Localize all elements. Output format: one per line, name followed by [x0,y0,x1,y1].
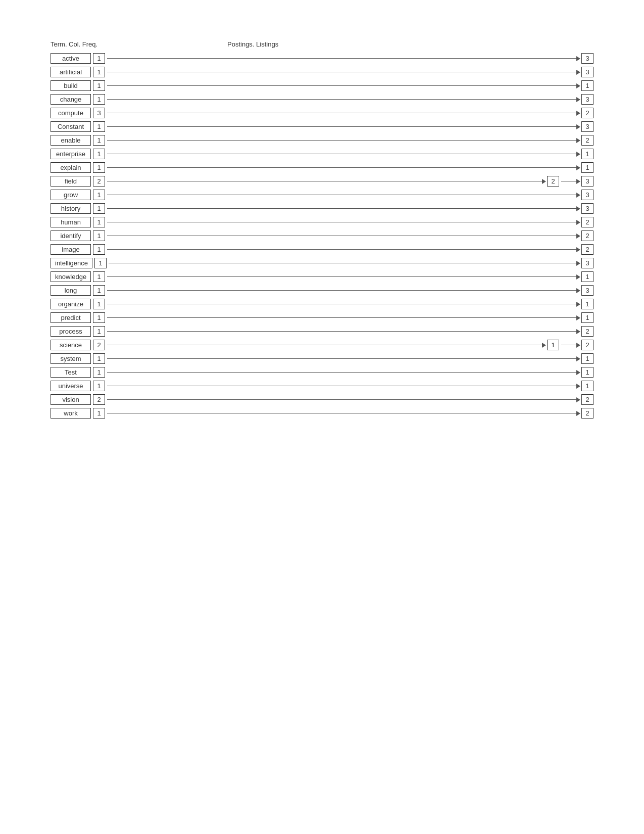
arrow-line [107,111,580,116]
connector-line [107,317,576,318]
arrow-head-icon [576,124,580,129]
posting-cell: 1 [581,80,593,91]
connector-line [107,345,542,345]
connector-line [107,58,576,59]
posting-cell: 3 [581,285,593,296]
arrow-head-icon [576,206,580,211]
table-row: human12 [51,217,593,227]
connector-line [107,72,576,72]
posting-cell: 2 [581,244,593,255]
freq-cell: 1 [93,244,105,255]
arrow-head-icon [576,111,580,116]
freq-cell: 1 [93,312,105,323]
arrow-line [107,220,580,225]
table-row: knowledge11 [51,271,593,282]
freq-cell: 1 [93,162,105,173]
table-row: enable12 [51,135,593,146]
arrow-line [107,179,546,184]
freq-cell: 1 [93,135,105,146]
term-cell: artificial [51,67,91,77]
connector-line [107,99,576,100]
arrow-head-icon [576,411,580,416]
connector-line [107,126,576,127]
arrow-line [107,356,580,361]
term-cell: Constant [51,121,91,132]
term-cell: vision [51,394,91,405]
freq-cell: 1 [93,149,105,159]
posting-cell: 3 [581,190,593,200]
arrow-head-icon [576,370,580,375]
table-row: Test11 [51,367,593,378]
connector-line [107,399,576,400]
table-row: grow13 [51,190,593,200]
freq-cell: 1 [93,217,105,227]
arrow-head-icon [576,193,580,198]
term-cell: build [51,80,91,91]
arrow-head-icon [542,343,546,348]
extra-arrow-head-icon [576,179,580,184]
arrow-line [107,247,580,252]
connector-line [107,276,576,277]
arrow-line [107,288,580,293]
term-cell: active [51,53,91,64]
connector-line [107,290,576,291]
table-row: active13 [51,53,593,64]
table-row: compute32 [51,108,593,118]
arrow-line [109,261,580,266]
arrow-line [107,138,580,143]
extra-arrow: 2 [561,340,593,350]
arrow-head-icon [576,152,580,157]
extra-connector-line [561,345,576,345]
header-row: Term. Col. Freq. Postings. Listings [51,40,593,48]
posting-cell: 2 [581,230,593,241]
rows-container: active13artificial13build11change13compu… [51,53,593,419]
connector-line [107,413,576,413]
posting-cell: 1 [581,353,593,364]
posting-cell: 2 [581,394,593,405]
term-cell: Test [51,367,91,378]
term-cell: predict [51,312,91,323]
freq-cell: 3 [93,108,105,118]
arrow-line [107,384,580,389]
posting-cell: 1 [547,340,559,350]
arrow-head-icon [576,329,580,334]
freq-cell: 1 [93,326,105,337]
posting-cell: 2 [581,217,593,227]
term-cell: process [51,326,91,337]
freq-cell: 1 [93,299,105,309]
freq-cell: 1 [93,203,105,214]
freq-cell: 1 [93,67,105,77]
term-cell: knowledge [51,271,91,282]
table-row: image12 [51,244,593,255]
connector-line [107,304,576,304]
arrow-line [107,70,580,75]
arrow-head-icon [576,356,580,361]
extra-arrow: 3 [561,176,593,187]
posting-cell: 1 [581,149,593,159]
arrow-line [107,397,580,402]
arrow-line [107,274,580,280]
connector-line [107,222,576,222]
freq-cell: 1 [93,230,105,241]
arrow-line [107,411,580,416]
arrow-head-icon [576,315,580,320]
posting-cell: 1 [581,367,593,378]
arrow-head-icon [576,288,580,293]
arrow-line [107,370,580,375]
table-row: enterprise11 [51,149,593,159]
freq-cell: 1 [93,353,105,364]
connector-line [107,195,576,195]
posting-cell: 2 [547,176,559,187]
connector-line [107,331,576,332]
freq-cell: 1 [94,258,107,268]
arrow-head-icon [576,165,580,170]
table-row: history13 [51,203,593,214]
freq-cell: 2 [93,176,105,187]
posting-cell: 1 [581,381,593,391]
table-row: work12 [51,408,593,419]
term-cell: history [51,203,91,214]
connector-line [107,249,576,250]
connector-line [107,236,576,236]
table-row: identify12 [51,230,593,241]
arrow-line [107,329,580,334]
